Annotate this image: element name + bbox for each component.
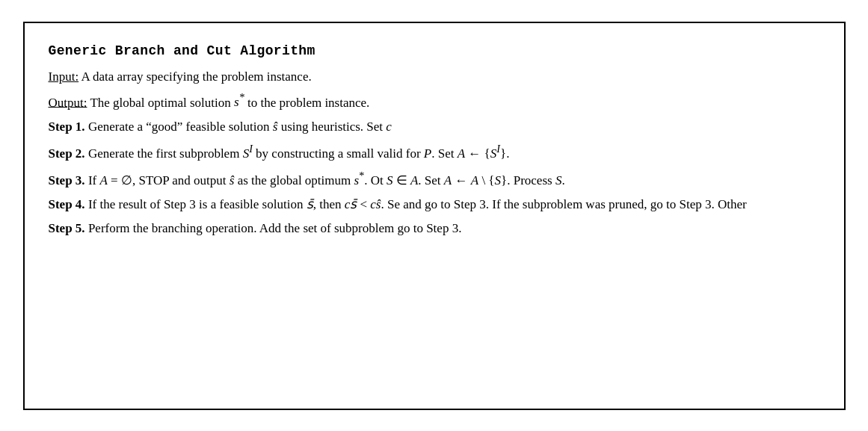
output-line: Output: The global optimal solution s* t… bbox=[49, 90, 820, 113]
step-3-text: If A = ∅, STOP and output ŝ as the globa… bbox=[88, 173, 565, 187]
step-5-label: Step 5. bbox=[49, 221, 85, 235]
step-2-label: Step 2. bbox=[49, 146, 85, 161]
input-text: A data array specifying the problem inst… bbox=[79, 69, 312, 84]
step-4-block: Step 4. If the result of Step 3 is a fea… bbox=[49, 195, 820, 214]
step-1-label: Step 1. bbox=[49, 120, 85, 134]
step-4-label: Step 4. bbox=[49, 197, 85, 211]
output-math: s* bbox=[234, 95, 244, 109]
step-1-text: Generate a “good” feasible solution ŝ us… bbox=[88, 120, 392, 134]
step-2-text: Generate the first subproblem SI by cons… bbox=[88, 146, 510, 161]
input-line: Input: A data array specifying the probl… bbox=[49, 67, 820, 87]
step-1-block: Step 1. Generate a “good” feasible solut… bbox=[49, 117, 820, 137]
step-5-block: Step 5. Perform the branching operation.… bbox=[49, 219, 820, 238]
step-4-text: If the result of Step 3 is a feasible so… bbox=[88, 197, 747, 211]
output-text-suffix: to the problem instance. bbox=[244, 95, 370, 109]
algorithm-box: Generic Branch and Cut Algorithm Input: … bbox=[23, 22, 846, 410]
algorithm-title: Generic Branch and Cut Algorithm bbox=[49, 41, 820, 62]
step-3-label: Step 3. bbox=[49, 173, 85, 187]
output-label: Output: bbox=[49, 95, 87, 109]
input-label: Input: bbox=[49, 69, 79, 84]
step-5-text: Perform the branching operation. Add the… bbox=[88, 221, 462, 235]
output-text-prefix: The global optimal solution bbox=[87, 95, 234, 109]
step-3-block: Step 3. If A = ∅, STOP and output ŝ as t… bbox=[49, 168, 820, 190]
step-2-block: Step 2. Generate the first subproblem SI… bbox=[49, 141, 820, 164]
